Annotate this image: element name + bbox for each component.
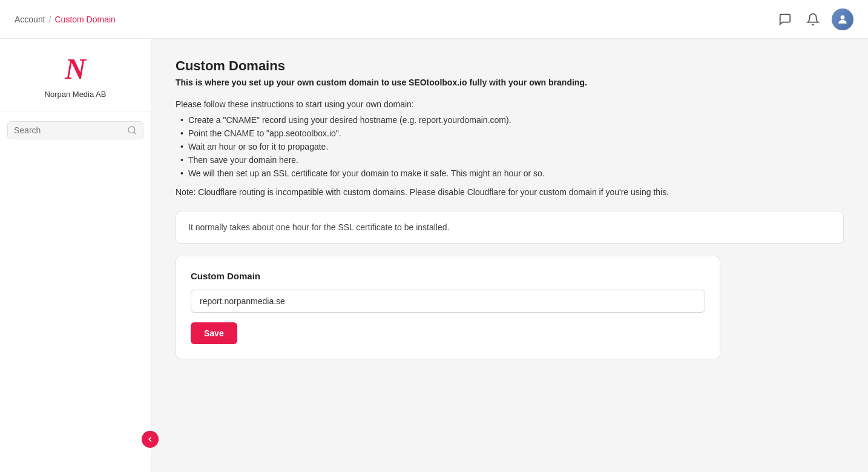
logo-icon: N [58,51,94,87]
breadcrumb: Account / Custom Domain [15,15,116,24]
user-avatar-icon [837,13,849,25]
sidebar-logo: N Norpan Media AB [0,51,151,111]
breadcrumb-current[interactable]: Custom Domain [54,15,115,24]
notifications-button[interactable] [804,10,822,28]
list-item: We will then set up an SSL certificate f… [180,168,844,178]
search-container [0,121,151,147]
svg-point-0 [841,15,845,19]
company-name: Norpan Media AB [45,90,107,99]
page-title: Custom Domains [176,58,844,74]
logo-letter: N [65,55,86,84]
search-input[interactable] [14,125,122,135]
svg-point-1 [128,127,135,133]
layout: N Norpan Media AB Custom Domains This is… [0,39,868,472]
header-right [776,8,853,30]
instructions-list: Create a "CNAME" record using your desir… [176,115,844,178]
domain-card: Custom Domain Save [176,256,720,359]
list-item: Wait an hour or so for it to propagate. [180,142,844,151]
breadcrumb-separator: / [49,15,51,24]
bell-icon [806,13,820,26]
header: Account / Custom Domain [0,0,868,39]
list-item: Create a "CNAME" record using your desir… [180,115,844,125]
page-subtitle: This is where you set up your own custom… [176,78,844,87]
messages-icon [778,13,792,26]
avatar[interactable] [832,8,853,30]
domain-input[interactable] [191,290,705,313]
info-box-text: It normally takes about one hour for the… [188,222,449,232]
sidebar-collapse-button[interactable] [142,431,159,448]
list-item: Then save your domain here. [180,155,844,165]
header-left: Account / Custom Domain [15,15,116,24]
sidebar: N Norpan Media AB [0,39,151,472]
instructions-section: Please follow these instructions to star… [176,99,844,199]
breadcrumb-account[interactable]: Account [15,15,45,24]
info-box: It normally takes about one hour for the… [176,211,844,244]
instructions-intro: Please follow these instructions to star… [176,99,844,109]
instructions-note: Note: Cloudflare routing is incompatible… [176,185,844,199]
search-input-wrap [7,121,143,139]
chevron-left-icon [146,435,154,444]
main-content: Custom Domains This is where you set up … [151,39,868,472]
messages-button[interactable] [776,10,794,28]
domain-card-label: Custom Domain [191,271,705,281]
list-item: Point the CNAME to "app.seotoolbox.io". [180,128,844,138]
save-button[interactable]: Save [191,322,237,344]
svg-line-2 [134,132,136,134]
search-icon [127,125,137,135]
